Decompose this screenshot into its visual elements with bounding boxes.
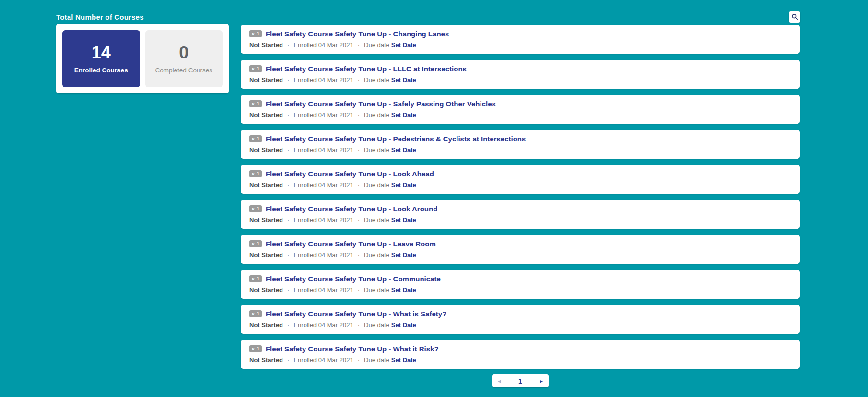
- course-title[interactable]: Fleet Safety Course Safety Tune Up - LLL…: [266, 65, 467, 73]
- current-page-number: 1: [518, 377, 522, 385]
- separator-dot: ·: [287, 146, 289, 153]
- set-date-link[interactable]: Set Date: [391, 146, 416, 153]
- separator-dot: ·: [358, 251, 360, 258]
- course-title[interactable]: Fleet Safety Course Safety Tune Up - Wha…: [266, 310, 446, 318]
- course-enrolled-date: Enrolled 04 Mar 2021: [293, 76, 353, 83]
- due-date-label: Due date: [364, 216, 389, 223]
- due-date-label: Due date: [364, 321, 389, 328]
- version-badge: v. 1: [249, 345, 262, 352]
- course-enrolled-date: Enrolled 04 Mar 2021: [293, 286, 353, 293]
- course-status: Not Started: [249, 41, 283, 48]
- course-title[interactable]: Fleet Safety Course Safety Tune Up - Loo…: [266, 205, 437, 213]
- version-badge: v. 1: [249, 240, 262, 247]
- course-enrolled-date: Enrolled 04 Mar 2021: [293, 321, 353, 328]
- course-card[interactable]: v. 1 Fleet Safety Course Safety Tune Up …: [241, 130, 800, 159]
- course-card[interactable]: v. 1 Fleet Safety Course Safety Tune Up …: [241, 235, 800, 264]
- version-badge: v. 1: [249, 135, 262, 142]
- course-enrolled-date: Enrolled 04 Mar 2021: [293, 251, 353, 258]
- completed-courses-tile[interactable]: 0 Completed Courses: [145, 30, 223, 87]
- separator-dot: ·: [358, 41, 360, 48]
- version-badge: v. 1: [249, 100, 262, 107]
- due-date-label: Due date: [364, 76, 389, 83]
- course-title[interactable]: Fleet Safety Course Safety Tune Up - Lea…: [266, 240, 436, 248]
- course-status: Not Started: [249, 181, 283, 188]
- next-page-icon[interactable]: ▸: [540, 378, 543, 384]
- set-date-link[interactable]: Set Date: [391, 251, 416, 258]
- course-title[interactable]: Fleet Safety Course Safety Tune Up - Com…: [266, 275, 441, 283]
- page-title: Total Number of Courses: [56, 13, 144, 21]
- separator-dot: ·: [287, 251, 289, 258]
- set-date-link[interactable]: Set Date: [391, 216, 416, 223]
- course-status: Not Started: [249, 216, 283, 223]
- course-status: Not Started: [249, 356, 283, 363]
- course-status: Not Started: [249, 111, 283, 118]
- course-status: Not Started: [249, 76, 283, 83]
- set-date-link[interactable]: Set Date: [391, 286, 416, 293]
- course-title[interactable]: Fleet Safety Course Safety Tune Up - Cha…: [266, 30, 449, 38]
- course-card[interactable]: v. 1 Fleet Safety Course Safety Tune Up …: [241, 200, 800, 229]
- stats-panel: 14 Enrolled Courses 0 Completed Courses: [56, 24, 229, 93]
- course-card[interactable]: v. 1 Fleet Safety Course Safety Tune Up …: [241, 95, 800, 124]
- course-enrolled-date: Enrolled 04 Mar 2021: [293, 216, 353, 223]
- completed-label: Completed Courses: [155, 67, 212, 74]
- set-date-link[interactable]: Set Date: [391, 356, 416, 363]
- due-date-label: Due date: [364, 286, 389, 293]
- course-title[interactable]: Fleet Safety Course Safety Tune Up - Wha…: [266, 345, 439, 353]
- course-title[interactable]: Fleet Safety Course Safety Tune Up - Ped…: [266, 135, 526, 143]
- due-date-label: Due date: [364, 41, 389, 48]
- separator-dot: ·: [287, 321, 289, 328]
- due-date-label: Due date: [364, 356, 389, 363]
- separator-dot: ·: [287, 356, 289, 363]
- course-title[interactable]: Fleet Safety Course Safety Tune Up - Loo…: [266, 170, 434, 178]
- course-status: Not Started: [249, 321, 283, 328]
- course-enrolled-date: Enrolled 04 Mar 2021: [293, 181, 353, 188]
- set-date-link[interactable]: Set Date: [391, 76, 416, 83]
- course-title[interactable]: Fleet Safety Course Safety Tune Up - Saf…: [266, 100, 496, 108]
- enrolled-label: Enrolled Courses: [74, 67, 128, 74]
- separator-dot: ·: [358, 321, 360, 328]
- set-date-link[interactable]: Set Date: [391, 321, 416, 328]
- course-card[interactable]: v. 1 Fleet Safety Course Safety Tune Up …: [241, 340, 800, 369]
- separator-dot: ·: [287, 216, 289, 223]
- separator-dot: ·: [358, 216, 360, 223]
- course-card[interactable]: v. 1 Fleet Safety Course Safety Tune Up …: [241, 270, 800, 299]
- enrolled-courses-tile[interactable]: 14 Enrolled Courses: [62, 30, 140, 87]
- enrolled-count: 14: [92, 44, 111, 61]
- course-card[interactable]: v. 1 Fleet Safety Course Safety Tune Up …: [241, 165, 800, 194]
- version-badge: v. 1: [249, 65, 262, 72]
- course-card[interactable]: v. 1 Fleet Safety Course Safety Tune Up …: [241, 60, 800, 89]
- course-enrolled-date: Enrolled 04 Mar 2021: [293, 41, 353, 48]
- separator-dot: ·: [287, 111, 289, 118]
- set-date-link[interactable]: Set Date: [391, 41, 416, 48]
- course-enrolled-date: Enrolled 04 Mar 2021: [293, 146, 353, 153]
- course-card[interactable]: v. 1 Fleet Safety Course Safety Tune Up …: [241, 305, 800, 334]
- course-enrolled-date: Enrolled 04 Mar 2021: [293, 356, 353, 363]
- course-card[interactable]: v. 1 Fleet Safety Course Safety Tune Up …: [241, 25, 800, 54]
- due-date-label: Due date: [364, 251, 389, 258]
- separator-dot: ·: [287, 181, 289, 188]
- separator-dot: ·: [287, 286, 289, 293]
- prev-page-icon[interactable]: ◂: [498, 378, 501, 384]
- separator-dot: ·: [287, 76, 289, 83]
- course-enrolled-date: Enrolled 04 Mar 2021: [293, 111, 353, 118]
- separator-dot: ·: [287, 41, 289, 48]
- separator-dot: ·: [358, 286, 360, 293]
- search-icon: [791, 13, 798, 20]
- version-badge: v. 1: [249, 310, 262, 317]
- version-badge: v. 1: [249, 275, 262, 282]
- course-status: Not Started: [249, 286, 283, 293]
- separator-dot: ·: [358, 181, 360, 188]
- course-list: v. 1 Fleet Safety Course Safety Tune Up …: [241, 25, 800, 375]
- due-date-label: Due date: [364, 146, 389, 153]
- set-date-link[interactable]: Set Date: [391, 111, 416, 118]
- set-date-link[interactable]: Set Date: [391, 181, 416, 188]
- separator-dot: ·: [358, 356, 360, 363]
- version-badge: v. 1: [249, 205, 262, 212]
- separator-dot: ·: [358, 76, 360, 83]
- due-date-label: Due date: [364, 181, 389, 188]
- version-badge: v. 1: [249, 30, 262, 37]
- pagination: ◂ 1 ▸: [492, 374, 549, 387]
- search-button[interactable]: [789, 11, 800, 23]
- separator-dot: ·: [358, 146, 360, 153]
- separator-dot: ·: [358, 111, 360, 118]
